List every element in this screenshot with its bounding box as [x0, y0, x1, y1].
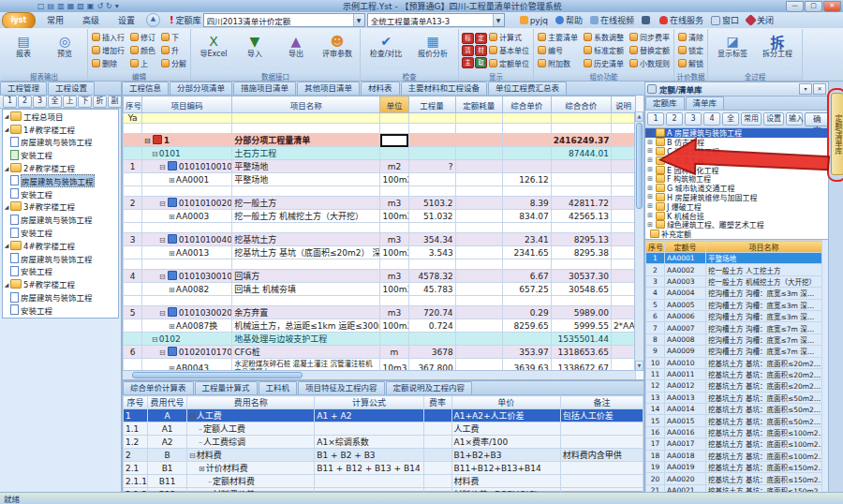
ribbon-small-button[interactable]: 标准定额: [583, 43, 625, 56]
boq-row[interactable]: [124, 223, 636, 233]
quota-lib-select[interactable]: 四川2013清单计价定额▼: [203, 13, 365, 27]
tree-expand-icon[interactable]: ◢: [3, 165, 10, 171]
ribbon-small-button[interactable]: 上: [129, 57, 156, 70]
quota-list-row[interactable]: 15 AA0015 挖基坑土方 基坑：底面积≤50m2…: [646, 415, 822, 426]
library-toolbar-button[interactable]: 全: [722, 112, 739, 126]
quota-list-row[interactable]: 11 AA0011 挖基坑土方 基坑：底面积≤20m2…: [646, 368, 822, 379]
ribbon-small-button[interactable]: 小数规则: [629, 57, 671, 70]
boq-row[interactable]: [124, 124, 636, 134]
ribbon-small-button[interactable]: 计算式: [488, 30, 530, 43]
ribbon-small-button[interactable]: 同步费率: [629, 30, 671, 43]
boq-row[interactable]: 0101 土石方工程 87444.01: [124, 147, 636, 160]
menu-tab[interactable]: 常用: [37, 12, 73, 28]
row-toggle-icon[interactable]: [159, 273, 166, 281]
tree-expand-icon[interactable]: ◢: [3, 112, 10, 119]
ribbon-small-button[interactable]: 历史清单: [583, 57, 625, 70]
app-logo[interactable]: iyst: [2, 12, 36, 29]
menu-right-item[interactable]: pyjq: [520, 16, 548, 25]
tree-toolbar-button[interactable]: 3: [33, 96, 47, 108]
input-dropdown[interactable]: 输入 ▾: [786, 112, 803, 126]
quota-category-item[interactable]: 补充定额: [645, 230, 828, 239]
boq-row[interactable]: Ya: [124, 113, 636, 124]
cost-row[interactable]: 2 B 材料费 B1 + B2 + B3 B1+B2+B3 材料费内含甲供: [124, 449, 643, 462]
quota-list-row[interactable]: 5 AA0005 挖沟槽土方 沟槽：底宽≤3m 深…: [646, 299, 822, 310]
boq-row[interactable]: 5 010103002005 余方弃置 m3 720.74 0.29 5989.…: [124, 306, 636, 319]
row-toggle-icon[interactable]: [159, 309, 166, 318]
cost-row[interactable]: 1 A 人工费 A1 + A2 A1+A2+人工价差 包括人工价差: [124, 409, 643, 422]
boq-row[interactable]: 0102 地基处理与边坡支护工程 1535501.44: [124, 333, 636, 346]
quota-list-row[interactable]: 20 AA0020 挖基坑土方 基坑：底面积≤150m2…: [646, 473, 822, 484]
row-toggle-icon[interactable]: [189, 412, 196, 421]
library-toolbar-button[interactable]: 2: [666, 112, 683, 126]
quota-list-row[interactable]: 8 AA0008 挖沟槽土方 沟槽：底宽≤7m 深…: [646, 334, 822, 345]
worksheet-tab[interactable]: 其他项目清单: [297, 82, 360, 95]
project-tree-item[interactable]: 房屋建筑与装饰工程: [3, 174, 118, 187]
tree-expand-icon[interactable]: ◢: [3, 126, 10, 132]
ribbon-small-button[interactable]: 修订: [129, 30, 156, 43]
ribbon-big-button[interactable]: ✔ 检查/对比: [363, 30, 408, 70]
row-toggle-icon[interactable]: [169, 213, 175, 221]
project-tree-item[interactable]: 安装工程: [3, 187, 118, 200]
menu-right-item[interactable]: 在线服务: [659, 14, 703, 26]
quick-access-icon[interactable]: ▣: [87, 2, 95, 11]
minimize-button[interactable]: —: [786, 1, 804, 12]
ribbon-big-button[interactable]: 拆 拆分工程: [756, 30, 799, 70]
project-tree-item[interactable]: 房屋建筑与装饰工程: [3, 290, 118, 304]
boq-row[interactable]: 2 010101002002 挖一般土方 m3 5103.2 8.39 4281…: [124, 197, 636, 210]
worksheet-tab[interactable]: 单位工程费汇总表: [488, 82, 567, 95]
quick-access-icon[interactable]: ▤: [48, 2, 55, 11]
tree-expand-icon[interactable]: [647, 185, 653, 192]
menu-right-item[interactable]: 窗口: [711, 14, 739, 26]
list-rule-select[interactable]: 全统工程量清单A13-3▼: [367, 13, 505, 27]
tree-expand-icon[interactable]: [647, 139, 653, 146]
confirm-button[interactable]: 确定: [805, 112, 830, 126]
ribbon-small-button[interactable]: 升: [160, 43, 187, 56]
tree-toolbar-button[interactable]: 副: [108, 96, 122, 108]
menu-right-item[interactable]: 在线视频: [590, 14, 634, 26]
row-toggle-icon[interactable]: [169, 249, 175, 258]
project-tree-item[interactable]: ◢ 1#教学楼工程: [3, 123, 118, 136]
row-toggle-icon[interactable]: [159, 200, 166, 208]
ribbon-small-button[interactable]: 分解: [160, 57, 187, 70]
ribbon-big-button[interactable]: ◪ 显示标签: [711, 30, 754, 70]
tree-expand-icon[interactable]: [647, 129, 653, 137]
project-tree-item[interactable]: ◢ 2#教学楼工程: [3, 161, 118, 174]
row-toggle-icon[interactable]: [159, 236, 166, 245]
row-toggle-icon[interactable]: [199, 465, 205, 473]
display-toggle-icon[interactable]: 定: [475, 33, 487, 44]
detail-tab[interactable]: 定额说明及工程内容: [386, 381, 473, 394]
boq-row[interactable]: 3 010101004003 挖基坑土方 m3 354.34 23.41 829…: [124, 233, 636, 246]
close-button[interactable]: ✕: [823, 1, 841, 12]
left-panel-tab[interactable]: 工程设置: [48, 82, 95, 95]
boq-row[interactable]: 1 分部分项工程量清单 2416249.37: [124, 134, 636, 147]
library-toolbar-button[interactable]: 设置: [763, 112, 784, 126]
library-toolbar-button[interactable]: 1: [647, 112, 664, 126]
ribbon-small-button[interactable]: 基本单位: [488, 43, 530, 56]
cost-row[interactable]: 1.2 A2 人工费综调 A1×综调系数 A1×费率/100: [124, 436, 643, 449]
tree-expand-icon[interactable]: [647, 156, 653, 164]
quick-access-icon[interactable]: ↺: [96, 2, 103, 11]
tree-expand-icon[interactable]: ◢: [3, 242, 10, 248]
project-tree-item[interactable]: 安装工程: [3, 226, 118, 239]
ribbon-big-button[interactable]: X 导Excel: [194, 30, 233, 70]
ribbon-small-button[interactable]: 系数调整: [583, 30, 625, 43]
ribbon-small-button[interactable]: 主要清单: [537, 30, 579, 43]
worksheet-tab[interactable]: 工程信息: [122, 82, 169, 95]
tree-expand-icon[interactable]: [647, 212, 653, 219]
row-toggle-icon[interactable]: [169, 322, 175, 331]
quota-list-row[interactable]: 9 AA0009 挖沟槽土方 沟槽：底宽≤7m 深…: [646, 346, 822, 357]
worksheet-tab[interactable]: 主要材料和工程设备: [401, 82, 488, 95]
tree-expand-icon[interactable]: [647, 193, 653, 200]
row-toggle-icon[interactable]: [159, 163, 166, 171]
quota-list-row[interactable]: 2 AA0002 挖一般土方 人工挖土方: [646, 264, 822, 275]
library-tab[interactable]: 定额库: [645, 96, 685, 110]
close-panel-icon[interactable]: ✕: [813, 83, 826, 95]
scroll-down-icon[interactable]: ▼: [635, 361, 643, 371]
row-toggle-icon[interactable]: [208, 478, 212, 486]
cost-row[interactable]: 1.1 A1 定额人工费 人工费: [124, 422, 643, 436]
quota-library-side-tab[interactable]: 定额/清单库: [831, 93, 843, 175]
ribbon-small-button[interactable]: 增加行: [91, 43, 126, 56]
ribbon-small-button[interactable]: 编号: [537, 43, 579, 56]
tree-expand-icon[interactable]: [647, 221, 653, 229]
collapse-ribbon-icon[interactable]: ▲: [146, 13, 160, 27]
